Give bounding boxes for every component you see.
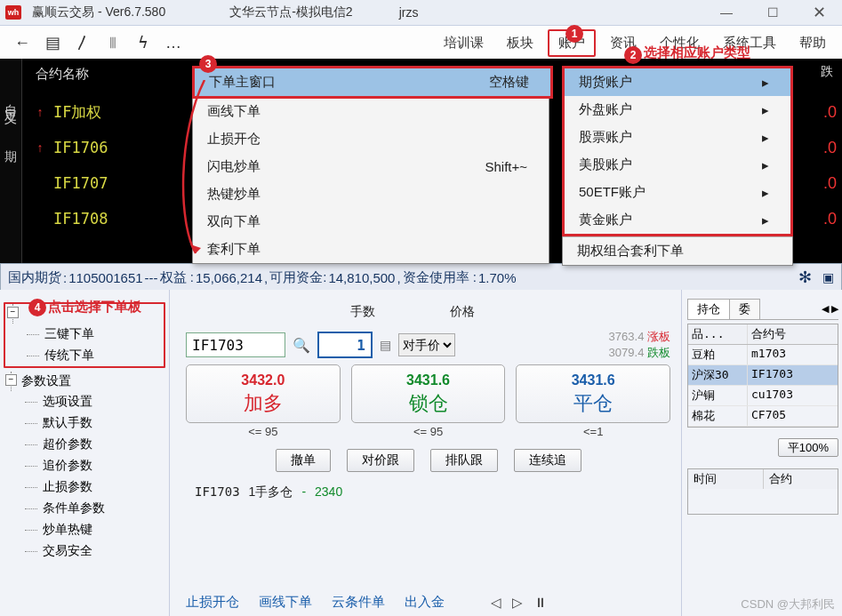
back-icon[interactable]: ← <box>7 29 37 56</box>
shortcut-label: Shift+~ <box>485 159 527 174</box>
pos-pnl: 2340 <box>315 484 342 499</box>
link-draw-order[interactable]: 画线下单 <box>259 594 312 611</box>
table-row[interactable]: 棉花CF705 <box>688 406 838 427</box>
search-icon[interactable]: 🔍 <box>293 337 310 354</box>
market-row[interactable]: ↑IF加权 <box>27 94 108 130</box>
tree-leaf[interactable]: 条件单参数 <box>7 498 165 519</box>
sub-count: <= 95 <box>186 425 341 438</box>
cancel-order-button[interactable]: 撤单 <box>276 449 331 472</box>
menu-item-stocks[interactable]: 股票账户▸ <box>565 124 790 151</box>
annotation-text-4: 点击选择下单板 <box>48 299 141 316</box>
menu-item-arb-order[interactable]: 套利下单 <box>193 236 549 263</box>
collapse-icon[interactable]: − <box>7 307 19 318</box>
table-row[interactable]: 沪铜cu1703 <box>688 386 838 406</box>
menu-item-flash-trade[interactable]: 闪电炒单 Shift+~ <box>193 153 549 180</box>
symbol-input[interactable] <box>186 332 285 357</box>
tree-leaf[interactable]: 止损参数 <box>7 476 165 498</box>
menu-item-usstocks[interactable]: 美股账户▸ <box>565 151 790 179</box>
nav-controls[interactable]: ◁ ▷ ⏸ <box>491 595 550 611</box>
link-deposit-withdraw[interactable]: 出入金 <box>405 594 445 611</box>
tree-leaf[interactable]: 超价参数 <box>7 434 165 455</box>
submenu-arrow-icon: ▸ <box>762 185 769 201</box>
close-button[interactable]: ✕ <box>801 0 837 25</box>
tree-leaf-traditional[interactable]: 传统下单 <box>9 345 164 366</box>
link-stoploss-open[interactable]: 止损开仓 <box>186 594 239 611</box>
settings-icon[interactable]: ✻ <box>798 268 812 287</box>
tab-nav-icons[interactable]: ◀ ▶ <box>822 303 838 315</box>
market-row[interactable]: ↑IF1706 <box>27 130 108 165</box>
tab-orders[interactable]: 委 <box>729 299 760 319</box>
cell: m1703 <box>748 345 838 364</box>
chart-icon[interactable]: 〳 <box>68 29 98 56</box>
menu-label: 股票账户 <box>579 129 632 146</box>
menu-label: 黄金账户 <box>579 212 632 228</box>
market-row[interactable]: IF1708 <box>27 201 108 236</box>
menu-label: 外盘账户 <box>579 101 632 118</box>
tab-training[interactable]: 培训课 <box>435 31 493 55</box>
menu-item-draw-order[interactable]: 画线下单 <box>193 98 549 125</box>
close-position-button[interactable]: 3431.6 平仓 <box>516 364 670 423</box>
tab-sector[interactable]: 板块 <box>498 31 542 55</box>
link-cloud-condition[interactable]: 云条件单 <box>332 594 385 611</box>
tree-leaf[interactable]: 默认手数 <box>7 412 165 434</box>
lock-position-button[interactable]: 3431.6 锁仓 <box>351 364 506 423</box>
change-value: .0 <box>823 130 837 165</box>
up-arrow-icon: ↑ <box>27 105 53 119</box>
menu-item-stoploss-open[interactable]: 止损开仓 <box>193 125 549 153</box>
list-icon[interactable]: ▤ <box>37 29 68 56</box>
maximize-button[interactable]: ☐ <box>755 0 790 25</box>
menu-item-bidir-order[interactable]: 双向下单 <box>193 208 549 236</box>
app-title: 赢顺云交易 - Ver6.7.580 <box>32 4 165 20</box>
market-row[interactable]: IF1707 <box>27 165 108 201</box>
symbol: IF1706 <box>53 139 108 156</box>
tree-leaf[interactable]: 追价参数 <box>7 455 165 476</box>
button-price: 3431.6 <box>354 372 503 388</box>
symbol: IF1708 <box>53 210 108 228</box>
node-title: 文华云节点-模拟电信2 <box>229 4 352 20</box>
panel-toggle-icon[interactable]: ▣ <box>822 270 834 284</box>
bottom-links: 止损开仓 画线下单 云条件单 出入金 ◁ ▷ ⏸ <box>186 594 550 611</box>
continuous-chase-button[interactable]: 连续追 <box>514 449 581 472</box>
table-row[interactable]: 沪深30IF1703 <box>688 365 838 386</box>
equity-label: 权益 : <box>160 269 194 286</box>
menu-item-main-order[interactable]: 下单主窗口 空格键 <box>192 66 553 99</box>
tab-positions[interactable]: 持仓 <box>687 299 730 319</box>
tree-leaf-threekey[interactable]: 三键下单 <box>9 324 164 345</box>
menu-item-overseas[interactable]: 外盘账户▸ <box>565 96 790 124</box>
shortcut-label: 空格键 <box>489 74 529 91</box>
table-row[interactable]: 豆粕m1703 <box>688 345 838 365</box>
menu-item-gold[interactable]: 黄金账户▸ <box>565 206 790 234</box>
collapse-icon[interactable]: − <box>5 374 17 386</box>
tree-leaf[interactable]: 炒单热键 <box>7 519 165 540</box>
cell: IF1703 <box>748 365 838 385</box>
change-value: .0 <box>823 201 837 236</box>
change-value: .0 <box>823 94 837 130</box>
menu-item-50etf[interactable]: 50ETF账户▸ <box>565 179 790 206</box>
tree-leaf[interactable]: 交易安全 <box>7 540 165 562</box>
follow-opposite-button[interactable]: 对价跟 <box>347 449 414 472</box>
market-header: 合约名称 <box>36 66 89 83</box>
bars-icon[interactable]: ⫴ <box>98 29 128 56</box>
more-icon[interactable]: … <box>158 29 188 56</box>
cell: 沪深30 <box>688 365 748 385</box>
queue-follow-button[interactable]: 排队跟 <box>430 449 498 472</box>
tree-leaf[interactable]: 选项设置 <box>7 391 165 412</box>
quantity-input[interactable] <box>317 332 373 358</box>
button-text: 平仓 <box>518 390 668 417</box>
close-100pct-button[interactable]: 平100% <box>778 438 838 457</box>
limit-up-label: 3763.4 涨板 <box>609 329 670 345</box>
price-type-select[interactable]: 对手价 <box>398 333 455 356</box>
sub-count: <= 95 <box>351 425 506 438</box>
symbol: IF加权 <box>53 102 101 123</box>
tab-help[interactable]: 帮助 <box>790 31 835 55</box>
add-long-button[interactable]: 3432.0 加多 <box>186 364 341 423</box>
minimize-button[interactable]: — <box>709 0 744 25</box>
menu-item-option-arb[interactable]: 期权组合套利下单 <box>563 236 792 265</box>
lightning-icon[interactable]: ϟ <box>128 29 158 56</box>
menu-item-futures[interactable]: 期货账户▸ <box>565 68 790 96</box>
market-rightvals: .0 .0 .0 .0 <box>823 94 837 236</box>
menu-item-hotkey-trade[interactable]: 热键炒单 <box>193 180 549 208</box>
menu-label: 期权组合套利下单 <box>577 243 684 260</box>
tree-node-params[interactable]: − 参数设置 <box>7 372 165 391</box>
qty-stepper-icon[interactable]: ▤ <box>380 338 391 352</box>
